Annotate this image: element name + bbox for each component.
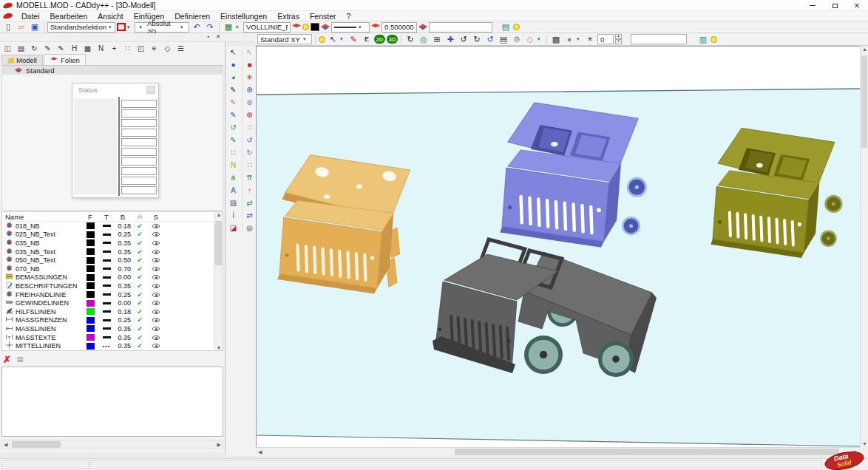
spline-icon[interactable]: N — [95, 43, 107, 53]
pencil-green-icon[interactable]: ✎ — [227, 134, 240, 146]
tree-structure-icon[interactable]: ⋔ — [227, 171, 240, 183]
scroll-left-icon[interactable]: ◀ — [4, 442, 7, 448]
open-document-icon[interactable]: ▱ — [16, 22, 27, 33]
move-xyz-icon[interactable]: ⊕ — [243, 84, 256, 95]
compass-icon[interactable]: ◎ — [243, 222, 256, 234]
layer-icon[interactable] — [292, 24, 301, 31]
table-row[interactable]: 035_NB0.35✔ — [2, 239, 223, 248]
spin-down-icon[interactable]: ▼ — [615, 39, 622, 44]
visibility-eye-icon[interactable] — [152, 293, 160, 297]
level-spinner-input[interactable] — [597, 34, 614, 44]
active-check-icon[interactable]: ✔ — [132, 256, 147, 264]
iso-box-icon[interactable]: ◇ — [161, 43, 174, 53]
active-check-icon[interactable]: ✔ — [132, 265, 147, 273]
current-color-swatch[interactable] — [311, 23, 319, 31]
zoom-selection-icon[interactable]: ◎ — [418, 34, 430, 44]
layer-color-swatch[interactable] — [87, 317, 95, 324]
table-row[interactable] — [2, 350, 223, 351]
lightbulb-icon[interactable] — [302, 24, 309, 30]
ruler-icon[interactable]: ≡ — [148, 43, 160, 53]
layer-icon[interactable] — [371, 24, 380, 31]
solid-line-icon[interactable] — [103, 319, 111, 321]
line-style-dropdown[interactable]: ▾ — [331, 22, 370, 33]
layer-color-swatch[interactable] — [87, 282, 95, 289]
cube-view-icon[interactable]: ◇ — [524, 34, 536, 44]
layer-table-scrollbar[interactable]: ▲ ▼ — [214, 212, 223, 350]
page-copy-icon[interactable]: ▤ — [15, 43, 27, 53]
selection-color-button[interactable] — [117, 23, 126, 31]
star-icon[interactable]: ✳ — [584, 34, 596, 44]
chevron-down-icon[interactable]: ▾ — [340, 36, 346, 42]
view-save-icon[interactable]: ◫ — [1, 43, 14, 53]
spline-n-icon[interactable]: N — [227, 159, 240, 171]
arrow-white-icon[interactable]: ↖ — [243, 46, 256, 58]
status-field-8[interactable] — [121, 167, 157, 175]
lightbulb-icon[interactable] — [319, 36, 325, 43]
axes-icon[interactable]: ✳ — [243, 71, 256, 83]
3d-viewport[interactable] — [256, 46, 860, 447]
layer-color-swatch[interactable] — [87, 334, 95, 341]
move-xy-icon[interactable]: ⊕ — [243, 96, 256, 108]
table-row[interactable]: MITTELLINIEN▪▪▪0.35✔ — [2, 341, 223, 350]
select-cursor-icon[interactable]: ↖ — [327, 34, 339, 44]
solid-line-icon[interactable] — [103, 310, 111, 313]
visibility-eye-icon[interactable] — [152, 310, 160, 314]
visibility-eye-icon[interactable] — [152, 275, 160, 279]
status-field-2[interactable] — [121, 109, 157, 117]
info-icon[interactable]: i — [227, 209, 240, 221]
layer-icon[interactable] — [321, 24, 330, 31]
table-row[interactable]: MASSLINIEN0.35✔ — [2, 324, 223, 333]
dashdot-line-icon[interactable]: ▪▪▪ — [103, 344, 110, 349]
solid-line-icon[interactable] — [103, 327, 111, 330]
solid-line-icon[interactable] — [103, 234, 111, 236]
pencil-icon[interactable]: ✎ — [41, 43, 54, 53]
swirl-icon[interactable]: ↺ — [227, 121, 240, 133]
panel-grip[interactable]: ▪ ✕ — [0, 33, 255, 42]
layer-color-swatch[interactable] — [87, 343, 95, 350]
status-field-7[interactable] — [121, 157, 157, 166]
sphere-rotate-icon[interactable]: ◕ — [227, 71, 240, 83]
zoom-window-icon[interactable]: ⊞ — [431, 34, 443, 44]
solid-line-icon[interactable] — [103, 251, 111, 253]
column-header-t[interactable]: T — [98, 213, 115, 221]
rotate-left-icon[interactable]: ↺ — [458, 34, 469, 44]
element-mode-button[interactable]: E — [361, 34, 373, 44]
scrollbar-thumb[interactable] — [215, 221, 222, 265]
chevron-down-icon[interactable]: ▾ — [538, 36, 543, 42]
page-edit-icon[interactable]: ✎ — [55, 43, 67, 53]
h-pencil-icon[interactable]: H — [68, 43, 81, 53]
grid-icon[interactable]: ▦ — [223, 22, 234, 33]
visibility-eye-icon[interactable] — [152, 258, 160, 262]
active-check-icon[interactable]: ✔ — [132, 273, 147, 281]
chevron-down-icon[interactable]: ▾ — [577, 36, 583, 42]
scroll-right-icon[interactable]: ▶ — [217, 442, 221, 448]
viewport-horizontal-scrollbar[interactable]: ◀ ▶ — [256, 447, 860, 456]
lightbulb-icon[interactable] — [513, 24, 520, 30]
list-icon[interactable]: ☰ — [174, 43, 187, 53]
pencil-blue-icon[interactable]: ✎ — [227, 109, 240, 120]
layer-color-swatch[interactable] — [87, 291, 95, 298]
visibility-eye-icon[interactable] — [152, 336, 160, 340]
view-field-input[interactable] — [631, 34, 687, 44]
visibility-eye-icon[interactable] — [152, 344, 160, 348]
move-red-icon[interactable]: ⊕ — [243, 109, 256, 120]
solid-line-icon[interactable] — [103, 336, 111, 338]
print-preview-icon[interactable]: ▤ — [498, 34, 509, 44]
rotate-icon[interactable]: ↻ — [28, 43, 41, 53]
hand-pen-icon[interactable]: ✎ — [227, 84, 240, 95]
orbit-view-icon[interactable]: ↺ — [484, 34, 496, 44]
column-header-f[interactable]: F — [82, 213, 98, 221]
arrows-horizontal-green-icon[interactable]: ⇄ — [243, 197, 256, 208]
visibility-eye-icon[interactable] — [152, 318, 160, 322]
pencil-orange-icon[interactable]: ✎ — [227, 96, 240, 108]
table-row[interactable]: 025_NB_Text0.25✔ — [2, 231, 223, 239]
delete-filter-icon[interactable]: ✗ — [3, 354, 11, 365]
visibility-eye-icon[interactable] — [152, 224, 160, 228]
layer-color-swatch[interactable] — [87, 231, 95, 238]
3d-mode-button[interactable]: 3D — [387, 35, 398, 44]
status-dialog-button[interactable] — [146, 86, 155, 94]
table-row[interactable]: MASSGRENZEN0.25✔ — [2, 316, 223, 325]
layer-icon[interactable] — [418, 24, 427, 31]
table-row[interactable]: 050_NB_Text0.50✔ — [2, 256, 223, 265]
scroll-up-icon[interactable]: ▲ — [861, 47, 868, 52]
